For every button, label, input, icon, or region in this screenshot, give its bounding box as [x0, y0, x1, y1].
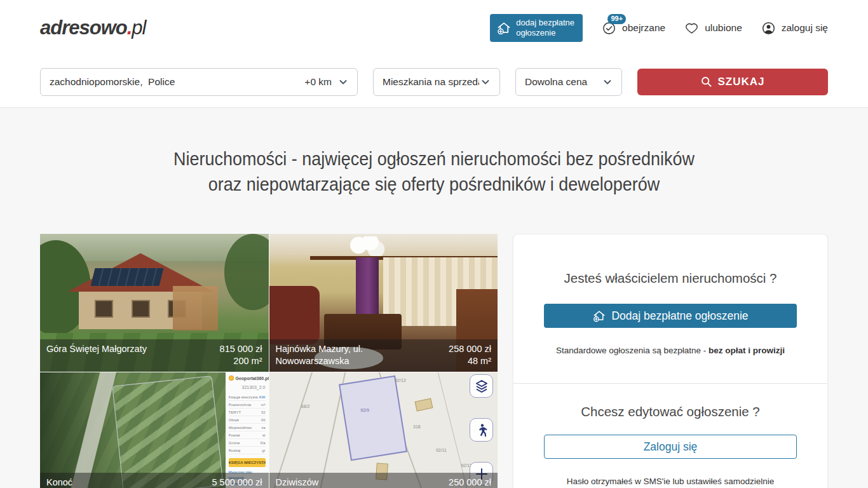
house-plus-icon	[496, 20, 512, 36]
search-bar: zachodniopomorskie, Police +0 km Mieszka…	[0, 56, 868, 108]
parcel-id: 321303_2.0	[229, 385, 266, 390]
hero-section: Nieruchomości - najwięcej ogłoszeń nieru…	[0, 108, 868, 197]
sidebar-add-listing-button[interactable]: Dodaj bezpłatne ogłoszenie	[544, 304, 797, 328]
price-select[interactable]: Dowolna cena	[515, 68, 622, 96]
listing-area: 200 m²	[220, 355, 262, 367]
favorites-label: ulubione	[705, 22, 742, 34]
listing-name: Konoć	[46, 477, 72, 488]
owner-heading: Jesteś właścicielem nieruchomości ?	[544, 271, 797, 286]
listing-price: 815 000 zł	[220, 343, 262, 355]
listing-name: Hajnówka Mazury, ul. Nowowarszawska	[276, 343, 403, 367]
heart-icon	[684, 21, 699, 36]
listing-caption: Hajnówka Mazury, ul. Nowowarszawska 258 …	[269, 339, 498, 372]
edit-heading: Chcesz edytować ogłoszenie ?	[544, 404, 797, 419]
add-listing-button[interactable]: dodaj bezpłatne ogłoszenie	[490, 14, 583, 41]
map-highlighted-parcel	[339, 376, 407, 461]
chevron-down-icon	[602, 77, 613, 87]
listing-price-area: 258 000 zł 48 m²	[449, 343, 491, 367]
geoportal-panel: Geoportal360.pl 321303_2.0 Księga wieczy…	[226, 372, 269, 488]
house-plus-icon	[592, 309, 606, 323]
listing-caption: Dziwiszów 250 000 zł	[269, 473, 498, 488]
listing-price: 258 000 zł	[449, 343, 491, 355]
login-label: zaloguj się	[782, 22, 828, 34]
logo-word: adresowo	[40, 17, 127, 39]
map-field	[112, 376, 224, 488]
top-header: adresowo.pl dodaj bezpłatne ogłoszenie	[0, 0, 868, 56]
header-actions: dodaj bezpłatne ogłoszenie 99+ obejrzane…	[490, 14, 828, 41]
geoportal-button: KSIĘGA WIECZYSTA	[229, 458, 266, 467]
listing-price-area: 815 000 zł 200 m²	[220, 343, 262, 367]
listing-caption: Góra Świętej Małgorzaty 815 000 zł 200 m…	[40, 339, 269, 372]
photo-window	[132, 300, 150, 318]
map-layers-icon	[470, 374, 493, 398]
favorites-link[interactable]: ulubione	[684, 21, 742, 36]
radius-select[interactable]: +0 km	[304, 76, 348, 88]
geoportal-brand: Geoportal360.pl	[229, 376, 266, 381]
map-controls	[470, 374, 493, 485]
search-icon	[700, 76, 712, 88]
parcel-number: 318	[413, 424, 421, 429]
listing-area: 48 m²	[449, 355, 491, 367]
parcel-number: 92/11	[436, 448, 447, 452]
parcel-number: 68/2	[301, 404, 310, 409]
location-input[interactable]: zachodniopomorskie, Police +0 km	[40, 68, 358, 96]
listing-price: 5 500 000 zł	[212, 477, 262, 488]
sidebar-add-listing-label: Dodaj bezpłatne ogłoszenie	[611, 309, 748, 323]
sidebar-panel: Jesteś właścicielem nieruchomości ? Doda…	[513, 234, 828, 488]
listing-card[interactable]: 92/13 68/2 92/9 318 92/11 92/12	[269, 372, 498, 488]
edit-section: Chcesz edytować ogłoszenie ? Zaloguj się…	[513, 383, 827, 488]
listing-grid: Góra Świętej Małgorzaty 815 000 zł 200 m…	[40, 234, 498, 488]
edit-note: Hasło otrzymałeś w SMS'ie lub ustawiłeś …	[544, 477, 797, 486]
map-building	[414, 398, 433, 412]
radius-value: +0 km	[304, 76, 332, 88]
category-value: Mieszkania na sprzedaż	[383, 76, 479, 88]
main-content: Góra Świętej Małgorzaty 815 000 zł 200 m…	[0, 197, 868, 488]
photo-pergola	[173, 286, 219, 330]
search-submit-label: SZUKAJ	[717, 76, 764, 88]
site-logo[interactable]: adresowo.pl	[40, 17, 146, 39]
photo-armchair	[269, 286, 320, 344]
photo-lamp	[347, 236, 386, 255]
geoportal-logo-icon	[229, 376, 234, 381]
add-listing-label: dodaj bezpłatne ogłoszenie	[516, 18, 574, 37]
listing-card[interactable]: Hajnówka Mazury, ul. Nowowarszawska 258 …	[269, 234, 498, 372]
owner-note: Standardowe ogłoszenia są bezpłatne - be…	[544, 346, 797, 355]
listing-card[interactable]: Góra Świętej Małgorzaty 815 000 zł 200 m…	[40, 234, 269, 372]
listing-card[interactable]: Geoportal360.pl 321303_2.0 Księga wieczy…	[40, 372, 269, 488]
user-circle-icon	[761, 21, 776, 36]
viewed-count-badge: 99+	[607, 14, 626, 24]
search-submit-button[interactable]: SZUKAJ	[637, 69, 828, 95]
parcel-number: 92/13	[395, 378, 406, 383]
sidebar-login-button[interactable]: Zaloguj się	[544, 435, 797, 459]
price-value: Dowolna cena	[525, 76, 587, 88]
map-boundary-line	[269, 372, 315, 488]
listing-name: Dziwiszów	[276, 477, 319, 488]
photo-solar-panels	[90, 268, 163, 286]
listing-name: Góra Świętej Małgorzaty	[46, 343, 147, 367]
chevron-down-icon	[338, 77, 348, 87]
check-circle-icon: 99+	[602, 21, 616, 36]
category-select[interactable]: Mieszkania na sprzedaż	[373, 68, 500, 96]
listing-caption: Konoć 5 500 000 zł	[40, 473, 269, 488]
listing-price: 250 000 zł	[449, 477, 491, 488]
logo-tld: pl	[132, 17, 146, 39]
map-pedestrian-icon	[470, 418, 493, 442]
page-title: Nieruchomości - najwięcej ogłoszeń nieru…	[31, 146, 837, 197]
owner-section: Jesteś właścicielem nieruchomości ? Doda…	[513, 234, 827, 383]
parcel-number: 92/9	[360, 408, 369, 412]
viewed-link[interactable]: 99+ obejrzane	[602, 21, 665, 36]
chevron-down-icon	[480, 77, 491, 87]
login-link[interactable]: zaloguj się	[761, 21, 828, 36]
location-value: zachodniopomorskie, Police	[50, 76, 175, 88]
photo-window	[95, 300, 113, 318]
viewed-label: obejrzane	[622, 22, 665, 34]
